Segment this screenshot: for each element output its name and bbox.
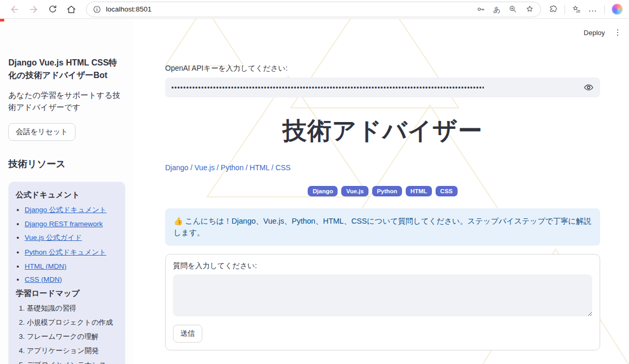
api-key-masked-value: ••••••••••••••••••••••••••••••••••••••••… <box>171 84 484 91</box>
app-menu-icon[interactable]: ⋮ <box>614 28 622 37</box>
copilot-icon[interactable] <box>612 4 623 15</box>
app-accent-bar <box>0 19 4 21</box>
streamlit-app: Django Vue.js HTML CSS特化の技術アドバイザーBot あなた… <box>0 19 629 364</box>
roadmap-item: 小規模プロジェクトの作成 <box>27 318 118 327</box>
address-bar[interactable]: localhost:8501 あ <box>86 2 541 17</box>
list-item: Vue.js 公式ガイド <box>25 233 118 242</box>
info-banner: 👍 こんにちは！Django、Vue.js、Python、HTML、CSSについ… <box>165 208 600 246</box>
main-content: Deploy ⋮ OpenAI APIキーを入力してください: ••••••••… <box>134 19 629 364</box>
app-subtitle: あなたの学習をサポートする技術アドバイザーです <box>8 89 125 114</box>
pill-html: HTML <box>406 186 432 196</box>
forward-button[interactable] <box>24 2 43 17</box>
pill-python: Python <box>372 186 402 196</box>
home-icon <box>66 4 77 15</box>
doc-link-vuejs[interactable]: Vue.js 公式ガイド <box>25 234 82 241</box>
back-button[interactable] <box>5 2 24 17</box>
refresh-button[interactable] <box>43 2 62 17</box>
tech-pills-row: Django Vue.js Python HTML CSS <box>165 186 600 196</box>
doc-link-drf[interactable]: Django REST framework <box>25 220 103 228</box>
list-item: HTML (MDN) <box>25 262 118 270</box>
app-header-actions: Deploy ⋮ <box>584 28 622 37</box>
resources-heading: 技術リソース <box>8 158 125 170</box>
pill-css: CSS <box>436 186 458 196</box>
pill-django: Django <box>308 186 338 196</box>
doc-link-python[interactable]: Python 公式ドキュメント <box>25 248 106 256</box>
bookmark-star-icon[interactable] <box>525 5 534 14</box>
thumbs-up-icon: 👍 <box>173 217 183 225</box>
roadmap-heading: 学習ロードマップ <box>16 289 118 299</box>
site-info-icon[interactable] <box>93 5 101 14</box>
sidebar: Django Vue.js HTML CSS特化の技術アドバイザーBot あなた… <box>0 19 134 364</box>
roadmap-item: デプロイとメンテナンス <box>27 360 118 364</box>
pill-vuejs: Vue.js <box>341 186 368 196</box>
page-title: 技術アドバイザー <box>165 115 600 147</box>
browser-toolbar: localhost:8501 あ … <box>0 0 629 19</box>
home-button[interactable] <box>62 2 81 17</box>
api-key-label: OpenAI APIキーを入力してください: <box>165 64 600 73</box>
info-message: こんにちは！Django、Vue.js、Python、HTML、CSSについて質… <box>173 217 591 237</box>
translate-icon[interactable]: あ <box>493 6 501 13</box>
refresh-icon <box>48 4 58 14</box>
browser-menu-icon[interactable]: … <box>588 6 598 12</box>
submit-button[interactable]: 送信 <box>173 325 202 343</box>
reset-conversation-button[interactable]: 会話をリセット <box>8 123 75 141</box>
show-password-eye-icon[interactable] <box>583 82 594 93</box>
list-item: CSS (MDN) <box>25 275 118 283</box>
toolbar-separator <box>565 5 565 14</box>
roadmap-item: 基礎知識の習得 <box>27 304 118 313</box>
list-item: Django 公式ドキュメント <box>25 205 118 215</box>
doc-link-html-mdn[interactable]: HTML (MDN) <box>25 262 67 270</box>
roadmap-item: アプリケーション開発 <box>27 346 118 356</box>
tech-caption: Django / Vue.js / Python / HTML / CSS <box>165 163 600 172</box>
resources-panel: 公式ドキュメント Django 公式ドキュメント Django REST fra… <box>8 182 125 364</box>
favorites-hub-icon[interactable] <box>572 5 581 14</box>
zoom-icon[interactable] <box>508 5 517 14</box>
list-item: Python 公式ドキュメント <box>25 248 118 257</box>
back-arrow-icon <box>9 4 20 15</box>
password-key-icon[interactable] <box>476 5 485 14</box>
roadmap-list: 基礎知識の習得 小規模プロジェクトの作成 フレームワークの理解 アプリケーション… <box>16 304 118 364</box>
doc-links-list: Django 公式ドキュメント Django REST framework Vu… <box>16 205 118 283</box>
toolbar-separator <box>604 5 605 14</box>
question-form: 質問を入力してください: 送信 <box>165 254 600 350</box>
content-column: OpenAI APIキーを入力してください: •••••••••••••••••… <box>165 19 600 364</box>
list-item: Django REST framework <box>25 220 118 228</box>
question-textarea[interactable] <box>173 274 592 316</box>
question-label: 質問を入力してください: <box>173 261 592 271</box>
url-text: localhost:8501 <box>106 5 151 13</box>
docs-heading: 公式ドキュメント <box>16 190 118 200</box>
roadmap-item: フレームワークの理解 <box>27 332 118 341</box>
app-title: Django Vue.js HTML CSS特化の技術アドバイザーBot <box>8 57 125 82</box>
forward-arrow-icon <box>28 4 39 15</box>
deploy-button[interactable]: Deploy <box>584 29 605 37</box>
doc-link-css-mdn[interactable]: CSS (MDN) <box>25 275 62 283</box>
api-key-input[interactable]: ••••••••••••••••••••••••••••••••••••••••… <box>165 78 600 97</box>
doc-link-django[interactable]: Django 公式ドキュメント <box>25 206 106 214</box>
extensions-puzzle-icon[interactable] <box>548 5 558 14</box>
